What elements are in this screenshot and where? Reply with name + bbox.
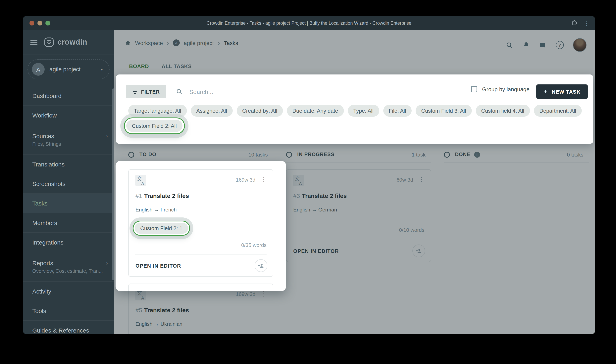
task-title: #3Translate 2 files (293, 192, 347, 199)
column-count: 0 tasks (567, 152, 589, 157)
sidebar-item-reports[interactable]: Reports Overview, Cost estimate, Tran...… (23, 252, 114, 282)
search-icon (176, 88, 183, 95)
group-by-language-toggle[interactable]: Group by language (471, 86, 530, 92)
help-icon[interactable]: ? (556, 41, 564, 49)
project-name: agile project (49, 66, 96, 73)
task-id: #5 (135, 307, 142, 313)
breadcrumb-tasks: Tasks (224, 40, 238, 46)
task-id: #1 (135, 192, 142, 199)
sidebar-menu: Dashboard Workflow Sources Files, String… (23, 86, 114, 334)
extensions-icon[interactable] (571, 19, 578, 26)
crowdin-logo[interactable]: crowdin (44, 37, 87, 47)
sidebar-item-tools[interactable]: Tools (23, 301, 114, 321)
sidebar-item-dashboard[interactable]: Dashboard (23, 86, 114, 105)
crowdin-logo-text: crowdin (57, 38, 87, 47)
screenshot-stage: Crowdin Enterprise - Tasks - agile proje… (0, 0, 616, 364)
filter-icon (132, 90, 137, 94)
task-id: #3 (293, 192, 300, 199)
column-divider (444, 162, 589, 162)
minimize-window-button[interactable] (38, 21, 42, 25)
open-in-editor-link[interactable]: OPEN IN EDITOR (293, 248, 339, 254)
plus-icon: + (544, 88, 548, 95)
breadcrumb-workspace[interactable]: Workspace (135, 40, 163, 46)
window-title: Crowdin Enterprise - Tasks - agile proje… (23, 21, 595, 25)
new-task-button[interactable]: + NEW TASK (536, 84, 588, 99)
chevron-right-icon: › (106, 259, 108, 267)
filter-chip-department[interactable]: Department: All (534, 105, 582, 117)
breadcrumb-project-avatar: A (173, 39, 180, 46)
sidebar-item-integrations[interactable]: Integrations (23, 233, 114, 252)
breadcrumb-project[interactable]: agile project (184, 40, 214, 46)
main-content: Workspace › A agile project › Tasks (114, 30, 595, 334)
sidebar-item-workflow[interactable]: Workflow (23, 105, 114, 125)
messages-icon[interactable] (539, 41, 547, 49)
kebab-menu-icon[interactable]: ⋮ (418, 176, 425, 183)
add-assignee-button[interactable] (254, 259, 267, 272)
zoom-window-button[interactable] (45, 21, 50, 25)
column-header-todo: TO DO 10 tasks (128, 150, 273, 159)
user-avatar[interactable] (573, 38, 587, 52)
filter-button[interactable]: FILTER (126, 85, 166, 98)
hamburger-menu-icon[interactable] (30, 40, 38, 45)
window-titlebar: Crowdin Enterprise - Tasks - agile proje… (23, 16, 595, 30)
sidebar-item-sources[interactable]: Sources Files, Strings › (23, 125, 114, 155)
project-selector[interactable]: A agile project ▾ (27, 59, 109, 79)
task-custom-field-chip: Custom Field 2: 1 (135, 223, 188, 234)
spotlight-panel: 文 A 169w 3d ⋮ #1Translate 2 files Englis… (116, 161, 286, 291)
browser-menu-icon[interactable]: ⋮ (584, 20, 590, 26)
open-in-editor-link[interactable]: OPEN IN EDITOR (135, 263, 181, 269)
home-icon[interactable] (125, 40, 131, 46)
filter-chip-due-date[interactable]: Due date: Any date (287, 105, 344, 117)
task-card-3[interactable]: 文 A 60w 3d ⋮ #3Translate 2 files English… (286, 169, 431, 262)
crowdin-logo-icon (44, 37, 54, 47)
status-circle-icon (444, 152, 450, 157)
filter-chip-created-by[interactable]: Created by: All (237, 105, 283, 117)
column-header-done: DONE i 0 tasks (444, 150, 589, 159)
filter-chip-type[interactable]: Type: All (348, 105, 379, 117)
task-card-5[interactable]: 文 A 169w 3d ⋮ #5Translate 2 files Englis… (128, 284, 273, 334)
column-count: 1 task (412, 152, 431, 157)
sidebar-item-screenshots[interactable]: Screenshots (23, 174, 114, 194)
window-controls (29, 21, 50, 25)
sidebar-item-members[interactable]: Members (23, 213, 114, 233)
project-avatar: A (32, 63, 45, 76)
chevron-right-icon: › (167, 40, 169, 46)
task-age: 60w 3d (396, 177, 413, 183)
sidebar-item-guides-references[interactable]: Guides & References (23, 321, 114, 334)
task-title: #1Translate 2 files (135, 192, 189, 199)
highlighted-filter-wrap: Custom Field 2: All (124, 117, 185, 134)
filter-chip-custom-field-3[interactable]: Custom Field 3: All (415, 105, 471, 117)
close-window-button[interactable] (29, 21, 34, 25)
search-input[interactable] (188, 88, 357, 95)
sidebar-item-activity[interactable]: Activity (23, 282, 114, 301)
tab-board[interactable]: BOARD (129, 63, 149, 74)
chevron-down-icon: ▾ (101, 67, 103, 71)
task-title: #5Translate 2 files (135, 307, 189, 313)
status-circle-icon (286, 152, 292, 157)
column-divider (286, 162, 431, 162)
task-card-5-top-edge (128, 284, 273, 291)
task-word-progress: 0/10 words (399, 227, 424, 233)
add-assignee-button[interactable] (412, 245, 425, 257)
filter-chip-target-language[interactable]: Target language: All (128, 105, 187, 117)
task-card-1[interactable]: 文 A 169w 3d ⋮ #1Translate 2 files Englis… (128, 169, 273, 277)
filter-chip-custom-field-4[interactable]: Custom field 4: All (476, 105, 530, 117)
group-by-language-checkbox[interactable] (471, 86, 477, 92)
filter-chip-file[interactable]: File: All (383, 105, 412, 117)
task-custom-field-wrap: Custom Field 2: 1 (133, 221, 190, 236)
task-age: 169w 3d (236, 291, 255, 297)
sidebar-item-tasks[interactable]: Tasks (23, 194, 114, 213)
spotlight-ring: Custom Field 2: All (124, 117, 185, 134)
header-actions: ? (506, 38, 587, 52)
filter-chip-custom-field-2[interactable]: Custom Field 2: All (126, 120, 182, 132)
translate-task-icon: 文 A (135, 175, 146, 186)
filter-chip-assignee[interactable]: Assignee: All (191, 105, 233, 117)
tab-all-tasks[interactable]: ALL TASKS (161, 63, 192, 74)
info-icon[interactable]: i (474, 152, 480, 157)
sidebar-scrollbar[interactable] (112, 88, 114, 280)
notifications-bell-icon[interactable] (522, 41, 530, 49)
search-icon[interactable] (506, 41, 513, 49)
sidebar-item-translations[interactable]: Translations (23, 155, 114, 174)
column-header-in-progress: IN PROGRESS 1 task (286, 150, 431, 159)
kebab-menu-icon[interactable]: ⋮ (261, 176, 267, 183)
